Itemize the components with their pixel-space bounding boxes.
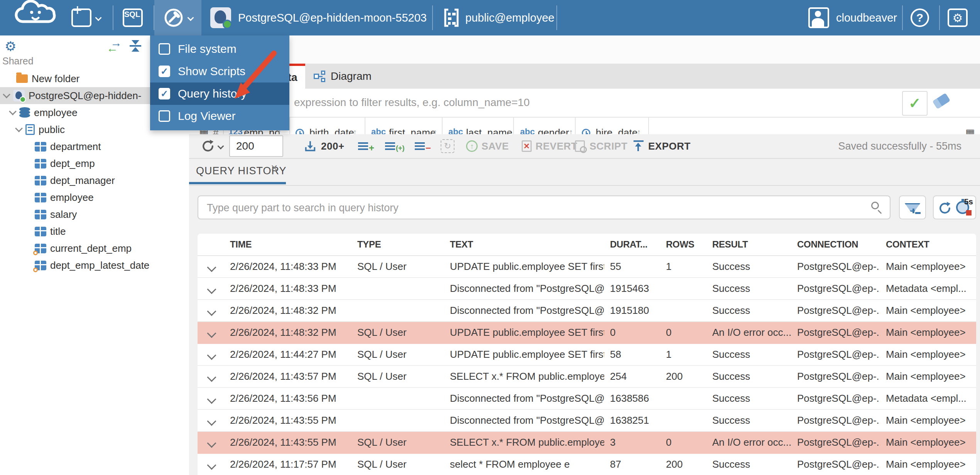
menu-item-query-history[interactable]: ✓ Query history bbox=[150, 83, 289, 105]
rows-icon bbox=[385, 142, 395, 150]
expand-chevron-icon[interactable] bbox=[207, 372, 216, 382]
checkbox-checked-icon[interactable]: ✓ bbox=[159, 66, 170, 77]
column-header-first-name[interactable]: first_name bbox=[389, 127, 436, 134]
col-header-connection[interactable]: CONNECTION bbox=[797, 234, 880, 255]
expand-chevron-icon[interactable] bbox=[207, 394, 216, 404]
sync-navigation-icon[interactable]: → ← bbox=[106, 39, 122, 52]
tree-item-table-employee[interactable]: employee bbox=[0, 189, 189, 206]
cell-text: Disconnected from "PostgreSQL@e... bbox=[450, 410, 604, 431]
history-row[interactable]: 2/26/2024, 11:43:57 PM SQL / User SELECT… bbox=[198, 366, 976, 388]
tools-menu-button[interactable] bbox=[164, 7, 193, 29]
expand-chevron-icon[interactable] bbox=[207, 460, 216, 470]
sort-icon[interactable]: ↕ bbox=[569, 127, 573, 134]
settings-button[interactable]: ⚙ bbox=[948, 7, 968, 29]
history-row[interactable]: 2/26/2024, 11:17:57 PM SQL / User select… bbox=[198, 454, 976, 475]
menu-item-file-system[interactable]: ✓ File system bbox=[150, 38, 289, 60]
tree-item-table-title[interactable]: title bbox=[0, 223, 189, 240]
export-button[interactable]: EXPORT bbox=[634, 134, 691, 158]
filter-expression-input[interactable] bbox=[190, 90, 980, 115]
active-connection[interactable]: PostgreSQL@ep-hidden-moon-55203 bbox=[210, 7, 427, 29]
checkbox-checked-icon[interactable]: ✓ bbox=[159, 88, 170, 99]
col-header-duration[interactable]: DURAT... bbox=[610, 234, 660, 255]
sql-editor-button[interactable]: SQL bbox=[123, 7, 143, 29]
help-button[interactable]: ? bbox=[911, 7, 929, 29]
expand-chevron-icon[interactable] bbox=[207, 263, 216, 272]
grid-view-icon[interactable]: ▦ bbox=[965, 127, 975, 134]
string-type-icon: abc bbox=[448, 127, 463, 134]
tree-item-table-dept-manager[interactable]: dept_manager bbox=[0, 172, 189, 189]
tree-item-table-department[interactable]: department bbox=[0, 138, 189, 155]
tree-item-label: department bbox=[50, 141, 101, 153]
col-header-context[interactable]: CONTEXT bbox=[886, 234, 975, 255]
chevron-down-icon[interactable] bbox=[15, 125, 23, 132]
chevron-down-icon[interactable] bbox=[3, 91, 10, 98]
menu-item-log-viewer[interactable]: ✓ Log Viewer bbox=[150, 105, 289, 127]
collapse-all-icon[interactable] bbox=[129, 40, 142, 52]
query-history-search-input[interactable] bbox=[198, 196, 871, 219]
add-row-button[interactable]: + bbox=[358, 134, 374, 158]
history-row-error[interactable]: 2/26/2024, 11:43:55 PM SQL / User SELECT… bbox=[198, 432, 976, 454]
history-row[interactable]: 2/26/2024, 11:44:27 PM SQL / User UPDATE… bbox=[198, 344, 976, 366]
tree-item-table-salary[interactable]: salary bbox=[0, 206, 189, 223]
datetime-type-icon bbox=[582, 127, 590, 134]
fetch-size-input[interactable] bbox=[229, 135, 283, 157]
column-header-birth-date[interactable]: birth_date bbox=[309, 127, 354, 134]
expand-chevron-icon[interactable] bbox=[207, 285, 216, 294]
checkbox-unchecked-icon[interactable]: ✓ bbox=[159, 43, 170, 55]
tab-diagram[interactable]: Diagram bbox=[307, 64, 378, 89]
col-header-type[interactable]: TYPE bbox=[357, 234, 444, 255]
cell-time: 2/26/2024, 11:48:33 PM bbox=[230, 278, 346, 299]
col-header-text[interactable]: TEXT bbox=[450, 234, 604, 255]
checkbox-unchecked-icon[interactable]: ✓ bbox=[159, 110, 170, 122]
history-row-error[interactable]: 2/26/2024, 11:48:32 PM SQL / User UPDATE… bbox=[198, 322, 976, 344]
query-history-auto-refresh-button[interactable]: 5s bbox=[933, 195, 976, 219]
column-header-gender[interactable]: gender bbox=[538, 127, 569, 134]
tree-item-table-dept-emp[interactable]: dept_emp bbox=[0, 155, 189, 172]
schema-selector[interactable]: public@employee bbox=[444, 7, 554, 29]
history-row[interactable]: 2/26/2024, 11:43:55 PM Disconnected from… bbox=[198, 410, 976, 432]
history-row[interactable]: 2/26/2024, 11:43:56 PM Disconnected from… bbox=[198, 388, 976, 410]
divider bbox=[902, 5, 903, 30]
delete-row-button[interactable]: − bbox=[415, 134, 431, 158]
cell-rows: 0 bbox=[666, 432, 706, 453]
expand-chevron-icon[interactable] bbox=[207, 438, 216, 448]
history-row[interactable]: 2/26/2024, 11:48:32 PM Disconnected from… bbox=[198, 300, 976, 322]
col-header-time[interactable]: TIME bbox=[230, 234, 346, 255]
history-row[interactable]: 2/26/2024, 11:48:33 PM Disconnected from… bbox=[198, 278, 976, 300]
expand-chevron-icon[interactable] bbox=[207, 350, 216, 360]
history-row[interactable]: 2/26/2024, 11:48:33 PM SQL / User UPDATE… bbox=[198, 256, 976, 278]
expand-chevron-icon[interactable] bbox=[207, 328, 216, 338]
expand-chevron-icon[interactable] bbox=[207, 307, 216, 316]
cell-rows: 1 bbox=[666, 344, 706, 365]
apply-filter-button[interactable]: ✓ bbox=[902, 91, 928, 116]
refresh-button[interactable] bbox=[201, 134, 223, 158]
refresh-table-button-disabled[interactable]: ↻ bbox=[441, 134, 455, 158]
cloudbeaver-logo[interactable] bbox=[12, 2, 59, 24]
chevron-down-icon[interactable] bbox=[9, 108, 17, 115]
script-button[interactable]: SCRIPT bbox=[575, 134, 627, 158]
sidebar-settings-gear-icon[interactable]: ⚙ bbox=[5, 39, 16, 54]
user-menu[interactable]: cloudbeaver bbox=[808, 7, 897, 29]
tree-item-view-current-dept-emp[interactable]: current_dept_emp bbox=[0, 240, 189, 257]
result-filter-bar: ✓ bbox=[189, 89, 980, 118]
col-header-result[interactable]: RESULT bbox=[712, 234, 791, 255]
save-button[interactable]: ↑ SAVE bbox=[466, 134, 509, 158]
column-header-hire-date[interactable]: hire_date bbox=[596, 127, 637, 134]
rows-icon bbox=[358, 142, 368, 150]
menu-item-show-scripts[interactable]: ✓ Show Scripts bbox=[150, 60, 289, 83]
cell-rows: 200 bbox=[666, 366, 706, 387]
new-connection-button[interactable]: + bbox=[71, 7, 101, 29]
sort-icon[interactable]: ↕ bbox=[637, 127, 641, 134]
sort-icon[interactable]: ↕ bbox=[433, 127, 438, 134]
sort-icon[interactable]: ↕ bbox=[353, 127, 357, 134]
fetch-more-button[interactable]: 200+ bbox=[303, 134, 345, 158]
expand-chevron-icon[interactable] bbox=[207, 416, 216, 426]
column-header-last-name[interactable]: last_name bbox=[466, 127, 512, 134]
query-history-filter-button[interactable] bbox=[899, 195, 926, 219]
col-header-rows[interactable]: ROWS bbox=[666, 234, 706, 255]
close-icon[interactable]: × bbox=[271, 161, 278, 174]
duplicate-row-button[interactable]: (+) bbox=[385, 134, 405, 158]
sort-icon[interactable]: ↕ bbox=[506, 127, 511, 134]
revert-button[interactable]: ✕ REVERT bbox=[522, 134, 577, 158]
tree-item-view-dept-emp-latest-date[interactable]: dept_emp_latest_date bbox=[0, 257, 189, 274]
